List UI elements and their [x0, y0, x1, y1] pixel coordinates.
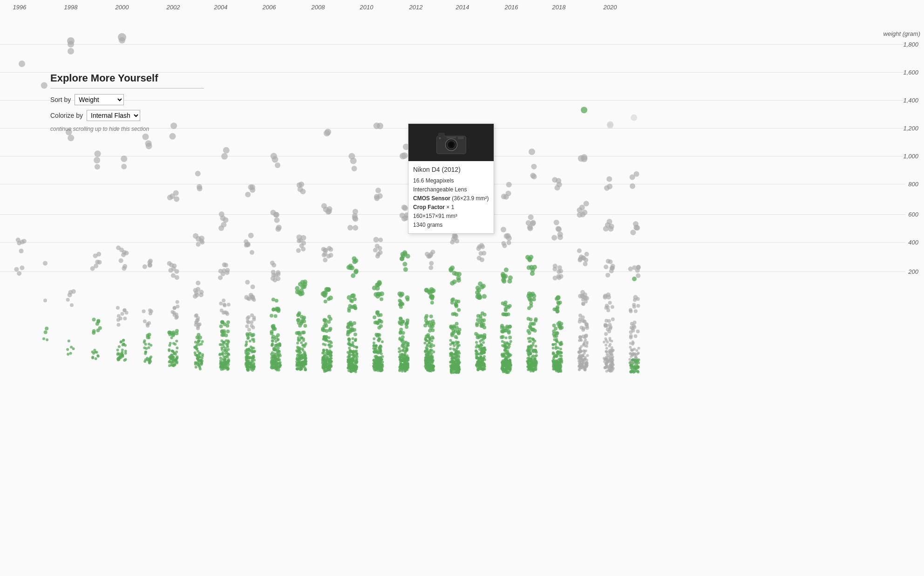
svg-point-3087 [585, 364, 588, 366]
svg-point-2900 [552, 357, 555, 360]
svg-point-2027 [455, 299, 458, 303]
svg-point-1851 [425, 334, 428, 338]
svg-point-1981 [426, 362, 429, 365]
svg-point-3047 [581, 355, 584, 358]
svg-point-1866 [428, 351, 430, 353]
svg-point-445 [226, 367, 229, 370]
svg-point-85 [122, 343, 125, 346]
svg-point-1623 [402, 349, 405, 352]
svg-point-2087 [455, 356, 458, 359]
svg-point-3313 [630, 348, 633, 351]
svg-point-1962 [425, 367, 428, 370]
svg-point-210 [172, 350, 175, 353]
svg-point-977 [328, 296, 333, 300]
svg-point-2318 [482, 347, 485, 350]
svg-point-2811 [551, 235, 557, 241]
svg-point-2700 [533, 357, 536, 360]
svg-point-1525 [377, 366, 380, 369]
svg-point-649 [271, 325, 274, 328]
svg-point-2152 [455, 363, 457, 366]
svg-point-1621 [406, 344, 409, 346]
svg-point-3358 [634, 367, 637, 370]
svg-point-2168 [455, 359, 458, 362]
svg-point-2301 [475, 350, 477, 352]
svg-point-2443 [501, 312, 505, 316]
svg-point-2903 [556, 355, 558, 358]
svg-point-548 [245, 360, 248, 363]
svg-point-1556 [374, 363, 377, 366]
svg-point-1880 [426, 355, 429, 358]
svg-point-3154 [611, 305, 614, 309]
svg-point-2493 [504, 359, 507, 361]
svg-point-2177 [455, 366, 458, 369]
svg-point-3002 [580, 293, 584, 298]
svg-point-937 [296, 367, 299, 370]
svg-point-782 [295, 286, 299, 291]
svg-point-1928 [430, 365, 433, 368]
svg-point-3267 [609, 363, 611, 366]
svg-point-660 [271, 343, 274, 346]
svg-point-2537 [504, 365, 507, 368]
svg-point-1662 [407, 357, 409, 360]
svg-point-1600 [401, 331, 405, 335]
svg-point-2015 [456, 276, 461, 280]
tooltip-lens: Interchangeable Lens [413, 185, 489, 194]
svg-point-592 [245, 362, 248, 365]
svg-point-3089 [584, 358, 586, 361]
svg-point-8 [19, 61, 25, 67]
svg-point-2339 [476, 361, 479, 364]
svg-point-845 [304, 354, 307, 357]
svg-point-717 [272, 361, 275, 364]
svg-point-2926 [552, 363, 555, 366]
svg-point-749 [278, 362, 281, 365]
svg-point-893 [299, 357, 302, 360]
svg-point-3116 [584, 367, 586, 370]
svg-point-3370 [637, 366, 639, 369]
svg-point-7 [20, 265, 24, 270]
svg-point-585 [250, 368, 252, 371]
svg-point-1359 [349, 363, 352, 366]
svg-point-1696 [404, 362, 407, 365]
svg-point-926 [304, 363, 307, 366]
svg-point-2947 [555, 363, 557, 366]
svg-point-2280 [482, 338, 485, 341]
svg-point-2917 [556, 360, 558, 363]
svg-point-1377 [378, 250, 383, 255]
svg-point-281 [195, 346, 197, 348]
svg-point-869 [304, 359, 306, 362]
svg-point-1362 [352, 369, 355, 372]
svg-point-2427 [502, 279, 506, 284]
svg-point-2530 [500, 367, 503, 370]
svg-point-101 [121, 351, 124, 354]
svg-point-2736 [534, 364, 537, 366]
svg-point-179 [176, 305, 179, 308]
svg-point-1137 [323, 370, 326, 373]
svg-point-680 [271, 351, 274, 354]
svg-point-701 [272, 354, 275, 357]
svg-point-2706 [530, 359, 533, 362]
svg-point-2171 [451, 364, 454, 366]
svg-point-1628 [406, 347, 408, 350]
svg-point-1643 [407, 357, 409, 359]
svg-point-3082 [582, 360, 584, 363]
svg-point-1800 [430, 289, 435, 293]
svg-point-260 [195, 321, 198, 325]
svg-point-108 [118, 357, 121, 360]
colorize-select[interactable]: Internal Flash Sensor Type Crop Factor M… [87, 110, 140, 121]
svg-point-1611 [405, 322, 409, 325]
svg-point-1577 [401, 254, 406, 258]
svg-point-1115 [325, 369, 327, 372]
svg-point-1762 [404, 370, 407, 373]
svg-point-407 [224, 358, 226, 361]
svg-point-1808 [430, 301, 434, 305]
svg-point-1049 [328, 352, 331, 355]
svg-point-2472 [506, 341, 509, 344]
svg-point-1421 [373, 344, 375, 347]
svg-point-532 [251, 356, 254, 359]
svg-point-1769 [404, 369, 407, 372]
sort-select[interactable]: Weight Year Megapixels Sensor Size [75, 94, 124, 105]
svg-point-313 [198, 359, 201, 362]
svg-point-3033 [578, 335, 582, 339]
svg-point-3140 [609, 224, 614, 229]
svg-point-1041 [325, 360, 327, 363]
